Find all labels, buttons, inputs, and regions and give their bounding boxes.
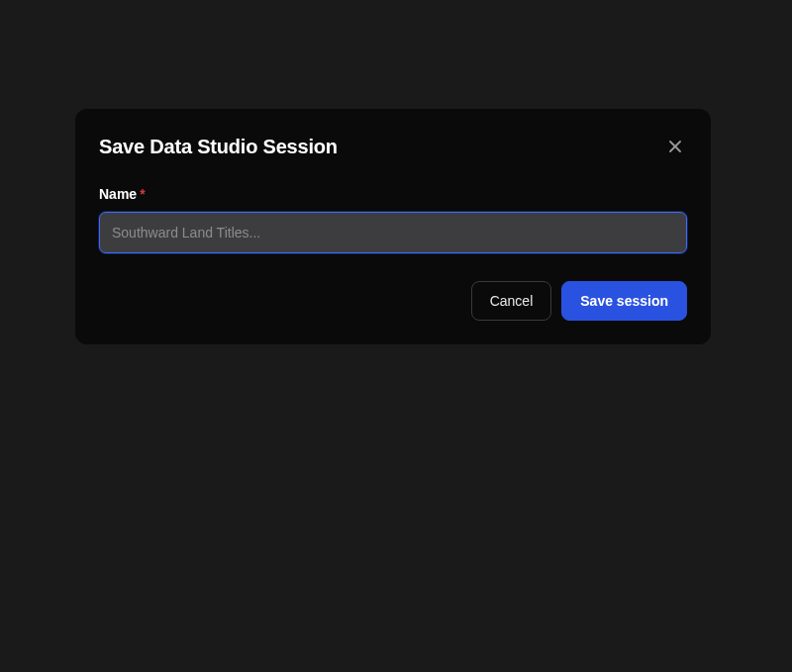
name-field-group: Name* <box>99 186 687 253</box>
close-icon <box>667 139 683 154</box>
modal-header: Save Data Studio Session <box>99 135 687 158</box>
session-name-input[interactable] <box>99 212 687 253</box>
name-field-label: Name* <box>99 186 687 202</box>
save-session-button[interactable]: Save session <box>561 281 687 321</box>
close-button[interactable] <box>663 135 687 158</box>
cancel-button[interactable]: Cancel <box>471 281 552 321</box>
required-asterisk: * <box>140 186 145 202</box>
save-session-modal: Save Data Studio Session Name* Cancel Sa… <box>75 109 711 344</box>
modal-footer: Cancel Save session <box>99 281 687 321</box>
modal-title: Save Data Studio Session <box>99 136 338 158</box>
name-label-text: Name <box>99 186 137 202</box>
